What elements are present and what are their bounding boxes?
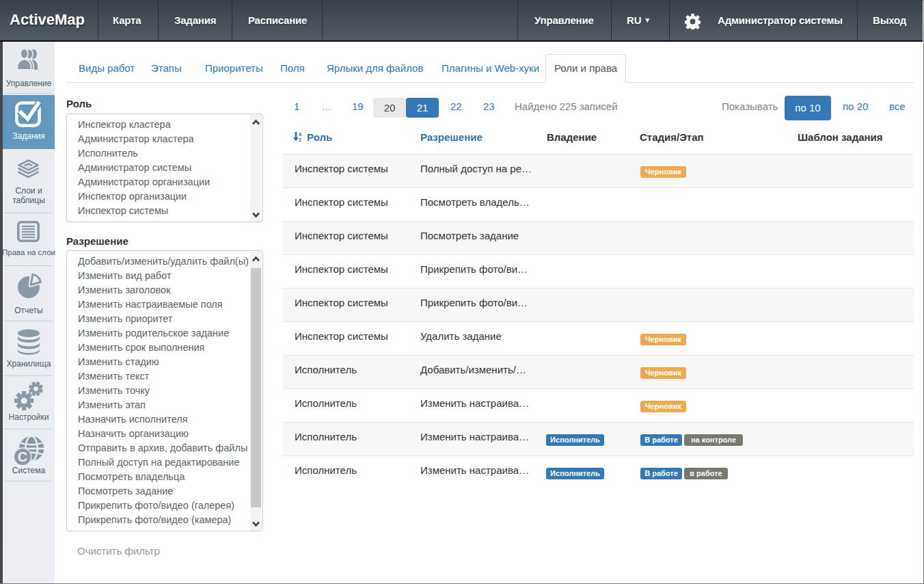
svg-text:Z: Z	[299, 137, 301, 142]
svg-text:C: C	[18, 449, 27, 464]
svg-text:A: A	[299, 132, 302, 137]
